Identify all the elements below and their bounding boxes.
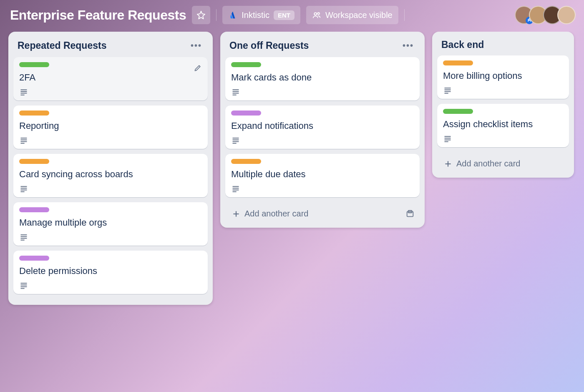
- card-badges: [231, 185, 414, 193]
- people-icon: [312, 10, 321, 20]
- visibility-label: Workspace visible: [325, 10, 393, 20]
- atlassian-icon: [228, 10, 237, 20]
- description-icon: [443, 86, 452, 95]
- description-icon: [443, 135, 452, 143]
- card-title: Manage multiple orgs: [19, 217, 202, 228]
- visibility-button[interactable]: Workspace visible: [306, 6, 398, 24]
- list-title[interactable]: Back end: [441, 39, 484, 50]
- description-icon: [19, 281, 28, 290]
- add-card-label: Add another card: [456, 159, 520, 168]
- card[interactable]: 2FA: [13, 57, 208, 101]
- card[interactable]: More billing options: [437, 55, 569, 99]
- card-badges: [231, 88, 414, 96]
- board-canvas[interactable]: Repeated Requests•••2FAReportingCard syn…: [0, 32, 584, 390]
- list-footer: Add another card: [437, 152, 569, 172]
- star-button[interactable]: [192, 6, 210, 24]
- card-badges: [231, 136, 414, 145]
- list-header: Repeated Requests•••: [13, 37, 208, 57]
- list-title[interactable]: Repeated Requests: [18, 40, 106, 51]
- description-icon: [19, 88, 28, 96]
- description-icon: [19, 136, 28, 145]
- card-title: Reporting: [19, 121, 202, 131]
- board-header: Enterprise Feature Requests Inktistic EN…: [0, 0, 584, 32]
- card-title: 2FA: [19, 72, 202, 83]
- plus-icon: [444, 160, 452, 168]
- description-icon: [231, 88, 240, 96]
- description-icon: [231, 185, 240, 193]
- card-label-green[interactable]: [19, 62, 49, 67]
- workspace-tier-badge: ENT: [274, 10, 295, 20]
- card[interactable]: Delete permissions: [13, 251, 208, 294]
- add-card-button[interactable]: Add another card: [441, 156, 566, 171]
- card-label-green[interactable]: [443, 109, 473, 114]
- card[interactable]: Reporting: [13, 106, 208, 149]
- list: One off Requests•••Mark cards as doneExp…: [220, 32, 425, 228]
- card-title: Delete permissions: [19, 266, 202, 276]
- card-badges: [19, 185, 202, 193]
- card-badges: [19, 88, 202, 96]
- card[interactable]: Manage multiple orgs: [13, 202, 208, 246]
- card[interactable]: Expand notifications: [225, 106, 420, 149]
- card-label-orange[interactable]: [231, 159, 261, 164]
- plus-icon: [232, 210, 240, 218]
- board-title[interactable]: Enterprise Feature Requests: [10, 8, 186, 23]
- list-title[interactable]: One off Requests: [229, 40, 309, 51]
- card[interactable]: Multiple due dates: [225, 154, 420, 197]
- list-menu-button[interactable]: •••: [400, 39, 416, 52]
- member-avatars: [516, 6, 576, 24]
- card-label-purple[interactable]: [19, 207, 49, 212]
- card-label-orange[interactable]: [19, 159, 49, 164]
- card-badges: [443, 135, 563, 143]
- description-icon: [19, 233, 28, 241]
- add-card-button[interactable]: Add another card: [229, 206, 404, 221]
- header-divider: [216, 9, 216, 21]
- card[interactable]: Assign checklist items: [437, 104, 569, 147]
- card-badges: [19, 136, 202, 145]
- list-menu-button[interactable]: •••: [188, 39, 204, 52]
- card-label-orange[interactable]: [443, 60, 473, 65]
- workspace-name: Inktistic: [242, 10, 269, 20]
- card-label-purple[interactable]: [231, 111, 261, 116]
- pencil-icon[interactable]: [194, 64, 202, 72]
- card-title: Card syncing across boards: [19, 169, 202, 180]
- star-icon: [196, 10, 206, 20]
- card-badges: [19, 233, 202, 241]
- add-card-label: Add another card: [244, 209, 308, 219]
- card-badges: [443, 86, 563, 95]
- card-label-purple[interactable]: [19, 256, 49, 261]
- card-title: Expand notifications: [231, 121, 414, 131]
- card-badges: [19, 281, 202, 290]
- card-title: Mark cards as done: [231, 72, 414, 83]
- card[interactable]: Card syncing across boards: [13, 154, 208, 197]
- list-header: One off Requests•••: [225, 37, 420, 57]
- workspace-button[interactable]: Inktistic ENT: [222, 6, 300, 24]
- list: Back endMore billing optionsAssign check…: [432, 32, 574, 178]
- list-header: Back end: [437, 37, 569, 55]
- list-footer: Add another card: [225, 202, 420, 222]
- card[interactable]: Mark cards as done: [225, 57, 420, 101]
- card-label-orange[interactable]: [19, 111, 49, 116]
- description-icon: [19, 185, 28, 193]
- description-icon: [231, 136, 240, 145]
- card-template-button[interactable]: [404, 208, 416, 220]
- header-divider: [404, 9, 405, 21]
- list: Repeated Requests•••2FAReportingCard syn…: [8, 32, 213, 305]
- card-title: Assign checklist items: [443, 119, 563, 130]
- avatar[interactable]: [557, 6, 576, 24]
- card-title: Multiple due dates: [231, 169, 414, 180]
- card-label-green[interactable]: [231, 62, 261, 67]
- card-title: More billing options: [443, 70, 563, 81]
